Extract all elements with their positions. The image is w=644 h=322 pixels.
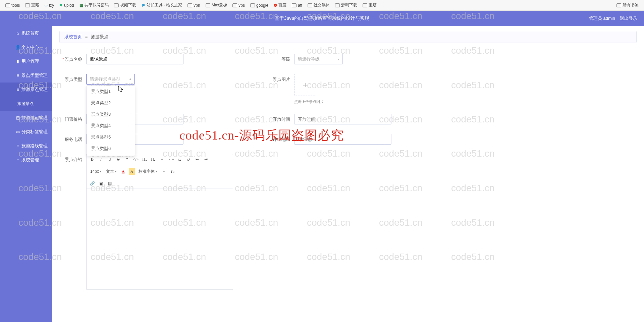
list-icon: ≡ xyxy=(15,87,20,92)
name-input[interactable] xyxy=(86,54,183,64)
user-role[interactable]: 管理员 admin xyxy=(589,15,615,21)
sidebar-item-label: 用户管理 xyxy=(21,58,39,64)
image-button[interactable]: ▣ xyxy=(98,180,104,187)
h2-button[interactable]: H₂ xyxy=(150,156,156,163)
main-content: 系统首页 ≡ 旅游景点 *景点名称 等级 请选择等级 ▾ 景点类型 请选择 xyxy=(52,26,644,322)
chevron-down-icon: ▾ xyxy=(337,57,339,61)
bookmark-uplod[interactable]: ↟uplod xyxy=(59,3,74,8)
image-upload[interactable]: + xyxy=(294,74,316,96)
addr-input[interactable] xyxy=(294,134,391,145)
top-header: 基于Java的自驾游攻略查询系统的设计与实现 管理员 admin 退出登录 xyxy=(0,11,644,26)
sub-button[interactable]: x₂ xyxy=(177,156,183,163)
plus-icon: + xyxy=(303,80,308,90)
underline-button[interactable]: U xyxy=(107,156,113,163)
folder-icon xyxy=(616,3,621,7)
italic-button[interactable]: I xyxy=(98,156,104,163)
folder-icon xyxy=(25,3,30,7)
doc-icon: ▤ xyxy=(15,115,20,120)
home-icon: ⌂ xyxy=(15,31,20,36)
bookmark-aff[interactable]: aff xyxy=(292,3,302,8)
sidebar-item-label: 旅游景点 xyxy=(17,101,34,107)
upload-hint: 点击上传景点图片 xyxy=(294,99,324,104)
level-select[interactable]: 请选择等级 ▾ xyxy=(294,54,343,64)
bookmark-vpn[interactable]: vpn xyxy=(187,3,200,8)
bookmark-txy[interactable]: ∞txy xyxy=(45,3,54,8)
sidebar-item-系统管理[interactable]: ≡系统管理 xyxy=(0,153,52,167)
tool-icon: ⚑ xyxy=(142,3,145,8)
list-icon: ≡ xyxy=(15,144,20,148)
bookmark-all[interactable]: 所有书签 xyxy=(616,2,639,8)
video-button[interactable]: ▤ xyxy=(107,180,113,187)
field-level: 等级 请选择等级 ▾ xyxy=(267,54,462,64)
type-option[interactable]: 景点类型2 xyxy=(87,97,135,109)
olist-button[interactable]: ≡ xyxy=(159,156,165,163)
sidebar-item-个人中心[interactable]: 👤个人中心 xyxy=(0,40,52,54)
breadcrumb-current: 旅游景点 xyxy=(91,34,108,39)
editor-toolbar: B I U S ❝ </> H₁ H₂ ≡ ⋮≡ x₂ x² ⇤ ⇥ xyxy=(87,154,233,189)
bookmark-tools[interactable]: tools xyxy=(5,3,20,8)
type-option[interactable]: 景点类型6 xyxy=(87,143,135,154)
strike-button[interactable]: S xyxy=(115,156,121,163)
code-button[interactable]: </> xyxy=(133,156,139,163)
bookmark-baota[interactable]: 宝塔 xyxy=(363,2,377,8)
sidebar-item-label: 旅游游记管理 xyxy=(21,115,48,121)
sidebar-item-label: 系统管理 xyxy=(21,157,39,163)
sidebar-item-旅游景点管理[interactable]: ≡旅游景点管理 xyxy=(0,83,52,97)
type-option[interactable]: 景点类型1 xyxy=(87,86,135,97)
indent-right-button[interactable]: ⇥ xyxy=(203,156,209,163)
sidebar-item-景点类型管理[interactable]: ≡景点类型管理 xyxy=(0,68,52,83)
sidebar-item-旅游路线管理[interactable]: ≡旅游路线管理 xyxy=(0,139,52,153)
bookmark-social[interactable]: 社交媒体 xyxy=(308,2,330,8)
sidebar-item-旅游游记管理[interactable]: ▤旅游游记管理 xyxy=(0,111,52,125)
clear-format-button[interactable]: Tₓ xyxy=(169,168,175,175)
type-option[interactable]: 景点类型5 xyxy=(87,131,135,143)
sidebar-item-旅游景点[interactable]: 旅游景点 xyxy=(0,97,52,111)
folder-icon xyxy=(308,3,312,7)
folder-icon xyxy=(187,3,192,7)
bookmark-share[interactable]: ▦共享账号密码 xyxy=(79,2,109,8)
field-intro: 景点介绍 B I U S ❝ </> H₁ H₂ ≡ ⋮≡ x₂ x² xyxy=(59,154,254,290)
folder-icon xyxy=(232,3,237,7)
type-option[interactable]: 景点类型7 xyxy=(87,154,135,156)
sup-button[interactable]: x² xyxy=(185,156,192,163)
fontstyle-select[interactable]: 文本▾ xyxy=(105,169,117,174)
chat-icon: ▭ xyxy=(15,129,20,134)
bookmark-zztool[interactable]: ⚑站长工具 - 站长之家 xyxy=(142,2,182,8)
font-color-button[interactable]: A xyxy=(120,168,126,175)
align-button[interactable]: ≡ xyxy=(161,168,167,175)
logout-link[interactable]: 退出登录 xyxy=(620,15,637,21)
sidebar-item-用户管理[interactable]: ▮用户管理 xyxy=(0,54,52,68)
bookmark-baidu[interactable]: ❁百度 xyxy=(274,2,286,8)
type-option[interactable]: 景点类型4 xyxy=(87,120,135,131)
bookmark-vps[interactable]: vps xyxy=(232,3,245,8)
bold-button[interactable]: B xyxy=(89,156,95,163)
breadcrumb-sep: ≡ xyxy=(85,34,88,39)
link-button[interactable]: 🔗 xyxy=(89,180,95,187)
type-select[interactable]: 请选择景点类型 ▾ 景点类型1景点类型2景点类型3景点类型4景点类型5景点类型6… xyxy=(86,74,135,85)
sidebar-item-label: 系统首页 xyxy=(21,30,39,36)
h1-button[interactable]: H₁ xyxy=(142,156,148,163)
type-option[interactable]: 景点类型3 xyxy=(87,109,135,120)
sidebar-item-系统首页[interactable]: ⌂系统首页 xyxy=(0,26,52,40)
baidu-icon: ❁ xyxy=(274,3,277,8)
time-input[interactable] xyxy=(294,114,391,124)
breadcrumb: 系统首页 ≡ 旅游景点 xyxy=(59,31,637,43)
bg-color-button[interactable]: A xyxy=(129,168,135,175)
sidebar-item-分类标签管理[interactable]: ▭分类标签管理 xyxy=(0,125,52,139)
list-icon: ≡ xyxy=(15,73,20,78)
fontfamily-select[interactable]: 标准字体▾ xyxy=(138,169,158,174)
indent-left-button[interactable]: ⇤ xyxy=(194,156,200,163)
ulist-button[interactable]: ⋮≡ xyxy=(168,156,174,163)
field-addr: 详细地址 xyxy=(267,134,462,145)
breadcrumb-home[interactable]: 系统首页 xyxy=(64,34,82,39)
chevron-up-icon: ▾ xyxy=(129,77,131,81)
bookmark-max[interactable]: Max云梯 xyxy=(206,2,227,8)
quote-button[interactable]: ❝ xyxy=(124,156,130,163)
sidebar-item-label: 分类标签管理 xyxy=(21,129,48,135)
editor-body[interactable] xyxy=(87,189,233,289)
fontsize-select[interactable]: 14px▾ xyxy=(89,169,102,174)
bookmark-baozang[interactable]: 宝藏 xyxy=(25,2,39,8)
bookmark-video[interactable]: 视频下载 xyxy=(114,2,136,8)
bookmark-src[interactable]: 源码下载 xyxy=(335,2,357,8)
bookmark-google[interactable]: google xyxy=(250,3,268,8)
